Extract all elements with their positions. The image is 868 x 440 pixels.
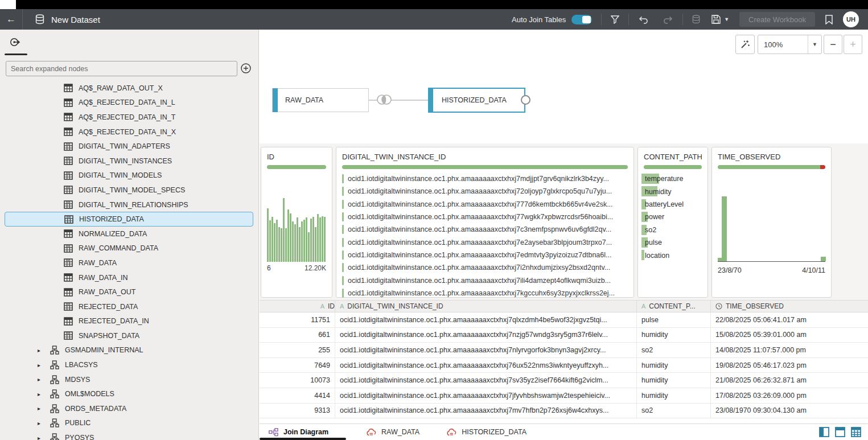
column-card-id[interactable]: ID 6 12.20K: [261, 147, 332, 298]
tree-item-aq-rejected-data-in-t[interactable]: AQ$_REJECTED_DATA_IN_T: [0, 110, 259, 125]
instance-value: ocid1.iotdigitaltwininstance.oc1.phx.ama…: [348, 200, 613, 208]
tree-item-rejected-data[interactable]: REJECTED_DATA: [0, 299, 259, 314]
node-connection-handle[interactable]: [521, 95, 530, 105]
auto-join-toggle[interactable]: [571, 15, 592, 24]
view-icon: [64, 258, 73, 268]
tree-item-normalized-data[interactable]: NORMALIZED_DATA: [0, 227, 259, 241]
column-header-instance-id[interactable]: A DIGITAL_TWIN_INSTANCE_ID: [335, 301, 637, 312]
add-connection-icon[interactable]: [240, 63, 252, 74]
tree-item-digital-twin-adapters[interactable]: DIGITAL_TWIN_ADAPTERS: [0, 139, 259, 154]
tree-item-mdsys[interactable]: ▸MDSYS: [0, 372, 259, 387]
content-path-list: temperaturehumiditybatteryLevelpowerso2p…: [644, 172, 702, 262]
column-header-content-path[interactable]: A CONTENT_P...: [637, 301, 711, 312]
column-header-id[interactable]: A ID: [260, 301, 335, 312]
database-icon[interactable]: [692, 15, 700, 24]
tree-item-aq-rejected-data-in-x[interactable]: AQ$_REJECTED_DATA_IN_X: [0, 125, 259, 139]
tree-item-label: ORDS_METADATA: [65, 405, 126, 413]
column-card-content-path[interactable]: CONTENT_PATH temperaturehumiditybatteryL…: [637, 147, 708, 298]
histogram-bar: [317, 214, 319, 262]
value-frequency-bar: [342, 250, 344, 260]
tree-item-lbacsys[interactable]: ▸LBACSYS: [0, 357, 259, 372]
schema-icon: [50, 360, 60, 369]
histogram-bar: [299, 227, 301, 262]
tree-item-digital-twin-relationships[interactable]: DIGITAL_TWIN_RELATIONSHIPS: [0, 198, 259, 212]
tree-item-ords-metadata[interactable]: ▸ORDS_METADATA: [0, 401, 259, 416]
save-icon[interactable]: [711, 15, 721, 24]
layout-grid-icon[interactable]: [851, 427, 861, 437]
diagram-node-raw-data[interactable]: RAW_DATA: [272, 88, 369, 112]
tree-item-label: OML$MODELS: [65, 390, 114, 398]
undo-icon[interactable]: [638, 15, 648, 24]
expand-arrow-icon[interactable]: ▸: [38, 376, 50, 383]
tree-item-digital-twin-models[interactable]: DIGITAL_TWIN_MODELS: [0, 168, 259, 183]
table-cell: 661: [260, 328, 335, 343]
tree-item-label: LBACSYS: [65, 361, 98, 369]
tree-item-label: DIGITAL_TWIN_MODELS: [79, 171, 162, 179]
histogram-bar: [269, 220, 271, 262]
zoom-in-button[interactable]: +: [844, 35, 862, 54]
attribute-type-icon: A: [320, 303, 324, 310]
histogram-bar: [306, 217, 307, 262]
layout-left-panel-icon[interactable]: [819, 427, 829, 437]
table-icon: [64, 113, 73, 122]
avatar[interactable]: UH: [843, 11, 859, 27]
join-icon[interactable]: [376, 93, 393, 108]
tree-item-raw-data-in[interactable]: RAW_DATA_IN: [0, 270, 259, 285]
tree-item-label: GSMADMIN_INTERNAL: [65, 346, 143, 354]
expand-arrow-icon[interactable]: ▸: [38, 420, 50, 426]
tree-item-gsmadmin-internal[interactable]: ▸GSMADMIN_INTERNAL: [0, 343, 259, 358]
instance-value: ocid1.iotdigitaltwininstance.oc1.phx.ama…: [348, 175, 609, 183]
tree-item-digital-twin-model-specs[interactable]: DIGITAL_TWIN_MODEL_SPECS: [0, 183, 259, 198]
schema-icon: [50, 433, 60, 440]
tree-item-pyqsys[interactable]: ▸PYQSYS: [0, 430, 259, 440]
tab-historized-data[interactable]: HISTORIZED_DATA: [447, 424, 526, 440]
tree-item-raw-command-data[interactable]: RAW_COMMAND_DATA: [0, 241, 259, 256]
expand-arrow-icon[interactable]: ▸: [38, 347, 50, 353]
column-header-time-observed[interactable]: TIME_OBSERVED: [711, 301, 868, 312]
create-workbook-button[interactable]: Create Workbook: [739, 12, 815, 27]
redo-icon[interactable]: [663, 15, 673, 24]
connections-tab-icon[interactable]: [9, 36, 20, 50]
filter-icon[interactable]: [611, 15, 619, 24]
save-menu-caret[interactable]: ▼: [724, 17, 729, 22]
histogram-bar: [267, 208, 269, 262]
column-card-instance-id[interactable]: DIGITAL_TWIN_INSTANCE_ID ocid1.iotdigita…: [336, 147, 634, 298]
table-cell: 23/08/1970 09:30:04.130 am: [711, 404, 868, 418]
auto-layout-button[interactable]: [735, 35, 755, 54]
content-path-value: so2: [644, 226, 656, 234]
hist-max-label: 12.20K: [305, 264, 326, 272]
tree-item-raw-data[interactable]: RAW_DATA: [0, 256, 259, 270]
table-row: 7649ocid1.iotdigitaltwininstance.oc1.phx…: [260, 358, 868, 373]
expand-arrow-icon[interactable]: ▸: [38, 362, 50, 368]
table-header-row: A ID A DIGITAL_TWIN_INSTANCE_ID A CONTEN…: [260, 300, 868, 312]
app-header: ← New Dataset Auto Join Tables: [0, 9, 868, 30]
layout-top-panel-icon[interactable]: [835, 427, 845, 437]
instance-value-list: ocid1.iotdigitaltwininstance.oc1.phx.ama…: [342, 172, 628, 299]
tree-item-aq-raw-data-out-x[interactable]: AQ$_RAW_DATA_OUT_X: [0, 81, 259, 96]
tree-item-aq-rejected-data-in-l[interactable]: AQ$_REJECTED_DATA_IN_L: [0, 96, 259, 110]
tree-item-oml-models[interactable]: ▸OML$MODELS: [0, 386, 259, 401]
expand-arrow-icon[interactable]: ▸: [38, 435, 50, 440]
tree-item-rejected-data-in[interactable]: REJECTED_DATA_IN: [0, 314, 259, 329]
value-frequency-bar: [342, 187, 344, 196]
tree-item-digital-twin-instances[interactable]: DIGITAL_TWIN_INSTANCES: [0, 154, 259, 168]
tree-item-snapshot-data[interactable]: SNAPSHOT_DATA: [0, 328, 259, 343]
search-input[interactable]: [6, 61, 237, 76]
zoom-level-select[interactable]: 100% ▼: [758, 35, 822, 54]
tree-item-historized-data[interactable]: HISTORIZED_DATA: [5, 212, 253, 227]
zoom-out-button[interactable]: −: [824, 35, 842, 54]
expand-arrow-icon[interactable]: ▸: [38, 405, 50, 412]
column-card-time-observed[interactable]: TIME_OBSERVED 23/8/70 4/10/11: [711, 147, 832, 298]
back-button[interactable]: ←: [0, 9, 23, 30]
divider: [628, 14, 629, 25]
histogram-bar: [821, 257, 826, 261]
table-cell: so2: [637, 404, 711, 418]
diagram-node-historized-data[interactable]: HISTORIZED_DATA: [428, 88, 525, 113]
histogram-bar: [287, 209, 289, 262]
tree-item-public[interactable]: ▸PUBLIC: [0, 416, 259, 431]
tree-item-raw-data-out[interactable]: RAW_DATA_OUT: [0, 285, 259, 299]
tab-raw-data[interactable]: RAW_DATA: [367, 424, 419, 440]
tab-join-diagram[interactable]: Join Diagram: [260, 424, 346, 440]
bookmark-icon[interactable]: [825, 15, 833, 24]
expand-arrow-icon[interactable]: ▸: [38, 391, 50, 397]
